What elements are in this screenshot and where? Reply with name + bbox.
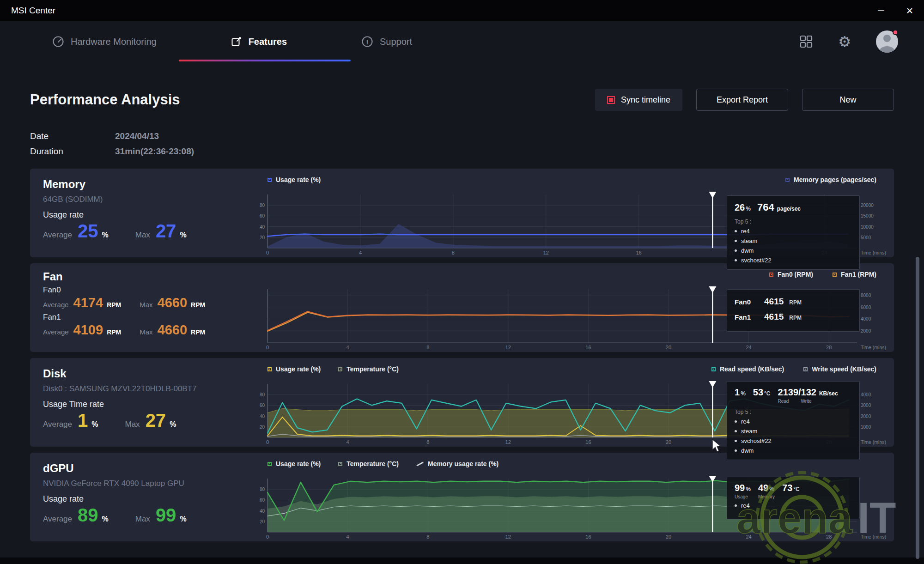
disk-tooltip: 1% 53°C 2139/132KB/sec ReadWrite Top 5 :… [727, 381, 860, 460]
tooltip-temp-value: 73 [782, 483, 792, 493]
bullet-icon [735, 249, 737, 252]
settings-gear-icon[interactable]: ⚙ [838, 35, 851, 49]
metric-label: Usage Time rate [43, 400, 252, 409]
minimize-button[interactable]: ─ [867, 0, 895, 21]
user-avatar[interactable] [876, 30, 898, 53]
gpu-spec: NVIDIA GeForce RTX 4090 Laptop GPU [43, 479, 252, 488]
svg-text:24: 24 [746, 345, 752, 350]
legend-label: Write speed (KB/sec) [812, 365, 876, 373]
date-value: 2024/04/13 [115, 131, 159, 141]
sync-checkbox-icon [607, 96, 615, 104]
tab-hardware-monitoring[interactable]: Hardware Monitoring [52, 35, 157, 48]
panel-title: Memory [43, 178, 252, 191]
svg-text:16: 16 [585, 534, 591, 540]
svg-text:16: 16 [585, 439, 591, 445]
disk-stats: Average 1 % Max 27 % [43, 410, 252, 431]
legend-line-swatch [416, 461, 423, 466]
gpu-average-value: 89 [78, 505, 98, 525]
window-edge [0, 558, 924, 564]
memory-panel: Memory 64GB (SODIMM) Usage rate Average … [30, 169, 894, 257]
title-bar: MSI Center ─ ✕ [0, 0, 924, 21]
legend-disk-temperature[interactable]: Temperature (°C) [338, 365, 399, 373]
legend-write-speed[interactable]: Write speed (KB/sec) [803, 365, 876, 373]
metric-label: Usage rate [43, 210, 252, 220]
gpu-stats: Average 89 % Max 99 % [43, 505, 252, 525]
export-report-button[interactable]: Export Report [696, 89, 788, 111]
process-item: svchost#22 [735, 437, 852, 444]
svg-text:5000: 5000 [861, 235, 871, 240]
metric-label: Usage rate [43, 494, 252, 504]
unit: RPM [191, 301, 205, 309]
sync-timeline-label: Sync timeline [621, 95, 670, 105]
process-item: dwm [735, 447, 852, 454]
svg-text:40: 40 [260, 224, 265, 230]
svg-text:4000: 4000 [861, 316, 871, 321]
legend-gpu-usage[interactable]: Usage rate (%) [267, 460, 321, 467]
avatar-body [880, 46, 894, 53]
average-label: Average [43, 301, 69, 309]
svg-text:4000: 4000 [861, 392, 871, 397]
legend-swatch [338, 462, 342, 466]
max-label: Max [135, 515, 150, 524]
legend-gpu-memory-usage[interactable]: Memory usage rate (%) [416, 460, 498, 467]
legend-usage-rate[interactable]: Usage rate (%) [267, 176, 321, 183]
svg-text:28: 28 [826, 534, 832, 540]
legend-memory-pages[interactable]: Memory pages (pages/sec) [785, 176, 876, 183]
legend-disk-usage[interactable]: Usage rate (%) [267, 365, 321, 373]
legend-label: Usage rate (%) [276, 365, 321, 373]
avatar-head [883, 35, 891, 42]
tooltip-pages-value: 764 [757, 201, 774, 213]
close-button[interactable]: ✕ [895, 0, 924, 21]
fan0-average-value: 4174 [73, 296, 103, 310]
svg-text:20: 20 [260, 425, 265, 430]
svg-text:20: 20 [666, 534, 671, 540]
svg-text:Time (mins): Time (mins) [861, 345, 886, 350]
bullet-icon [735, 230, 737, 232]
bullet-icon [735, 440, 737, 442]
svg-text:12: 12 [543, 250, 549, 255]
legend-gpu-temperature[interactable]: Temperature (°C) [338, 460, 399, 467]
fan0-stats: Average 4174 RPM Max 4660 RPM [43, 296, 252, 310]
gpu-legend: Usage rate (%) Temperature (°C) Memory u… [267, 460, 876, 467]
apps-grid-icon[interactable] [799, 35, 813, 49]
unit: % [102, 231, 109, 239]
svg-text:8: 8 [426, 345, 429, 350]
svg-text:12: 12 [505, 534, 511, 540]
memory-average-value: 25 [78, 221, 98, 241]
tooltip-fan1-label: Fan1 [735, 313, 760, 321]
fan0-max-value: 4660 [158, 296, 188, 310]
bullet-icon [735, 259, 737, 261]
nav-actions: ⚙ [799, 30, 898, 53]
tooltip-fan0-value: 4615 [764, 297, 784, 307]
svg-text:60: 60 [260, 213, 265, 218]
process-item: re4 [735, 418, 852, 425]
legend-fan0[interactable]: Fan0 (RPM) [769, 271, 813, 278]
scrollbar[interactable] [916, 257, 919, 559]
process-item: steam [735, 237, 852, 244]
average-label: Average [43, 328, 69, 336]
fan1-max-value: 4660 [158, 323, 188, 338]
legend-swatch [338, 367, 342, 371]
fan-legend: Fan0 (RPM) Fan1 (RPM) [267, 271, 876, 278]
memory-spec: 64GB (SODIMM) [43, 195, 252, 204]
legend-fan1[interactable]: Fan1 (RPM) [833, 271, 876, 278]
svg-text:0: 0 [266, 439, 269, 445]
legend-swatch [833, 273, 837, 277]
svg-text:20: 20 [666, 439, 671, 445]
tab-label: Hardware Monitoring [71, 36, 157, 47]
tooltip-memory-value: 49 [758, 483, 768, 493]
tab-support[interactable]: ! Support [361, 35, 412, 48]
svg-text:20: 20 [666, 345, 671, 350]
bullet-icon [735, 430, 737, 432]
svg-text:20000: 20000 [861, 203, 874, 208]
average-label: Average [43, 515, 72, 524]
tab-features[interactable]: Features [231, 36, 287, 48]
svg-text:1000: 1000 [861, 425, 871, 430]
sync-timeline-button[interactable]: Sync timeline [595, 89, 682, 111]
process-item: steam [735, 428, 852, 435]
duration-value: 31min(22:36-23:08) [115, 146, 194, 157]
new-button[interactable]: New [802, 89, 894, 111]
svg-text:15000: 15000 [861, 213, 874, 218]
process-item: re4 [735, 502, 852, 509]
legend-read-speed[interactable]: Read speed (KB/sec) [711, 365, 784, 373]
